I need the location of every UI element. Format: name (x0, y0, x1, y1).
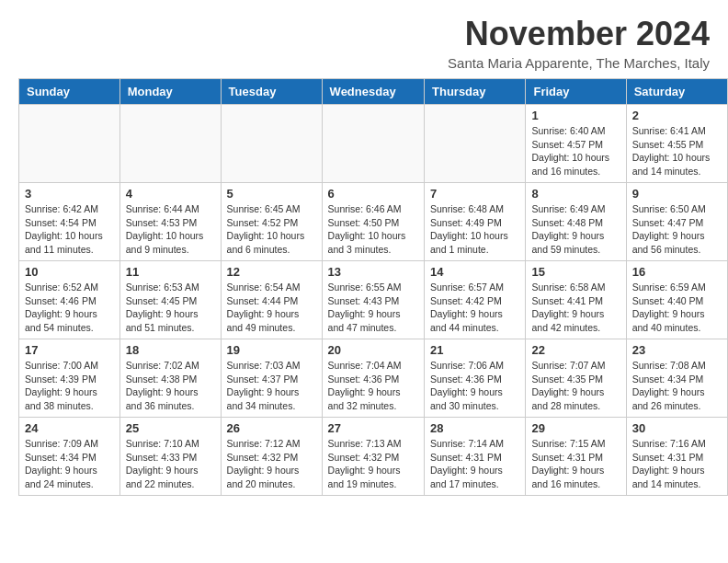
day-number: 23 (632, 343, 722, 357)
day-cell: 9Sunrise: 6:50 AM Sunset: 4:47 PM Daylig… (626, 183, 727, 261)
day-cell: 8Sunrise: 6:49 AM Sunset: 4:48 PM Daylig… (526, 183, 626, 261)
day-cell: 6Sunrise: 6:46 AM Sunset: 4:50 PM Daylig… (322, 183, 424, 261)
day-cell: 29Sunrise: 7:15 AM Sunset: 4:31 PM Dayli… (526, 418, 626, 496)
day-cell: 28Sunrise: 7:14 AM Sunset: 4:31 PM Dayli… (425, 418, 526, 496)
day-cell: 5Sunrise: 6:45 AM Sunset: 4:52 PM Daylig… (221, 183, 322, 261)
col-header-sunday: Sunday (19, 79, 120, 105)
location: Santa Maria Apparente, The Marches, Ital… (448, 55, 710, 71)
day-info: Sunrise: 6:50 AM Sunset: 4:47 PM Dayligh… (632, 202, 722, 257)
day-info: Sunrise: 7:08 AM Sunset: 4:34 PM Dayligh… (632, 359, 722, 413)
day-number: 18 (126, 343, 215, 357)
day-number: 14 (430, 265, 519, 279)
day-cell: 20Sunrise: 7:04 AM Sunset: 4:36 PM Dayli… (322, 339, 424, 418)
day-info: Sunrise: 6:40 AM Sunset: 4:57 PM Dayligh… (531, 124, 620, 178)
day-number: 27 (328, 421, 418, 435)
day-number: 6 (328, 187, 418, 201)
day-number: 20 (328, 343, 418, 357)
day-cell: 10Sunrise: 6:52 AM Sunset: 4:46 PM Dayli… (19, 261, 120, 339)
day-info: Sunrise: 7:07 AM Sunset: 4:35 PM Dayligh… (531, 359, 620, 413)
col-header-wednesday: Wednesday (322, 79, 424, 105)
day-info: Sunrise: 7:04 AM Sunset: 4:36 PM Dayligh… (328, 359, 418, 413)
day-cell (19, 105, 120, 183)
day-cell: 18Sunrise: 7:02 AM Sunset: 4:38 PM Dayli… (119, 339, 221, 418)
day-cell (221, 105, 322, 183)
day-cell: 11Sunrise: 6:53 AM Sunset: 4:45 PM Dayli… (119, 261, 221, 339)
day-cell: 2Sunrise: 6:41 AM Sunset: 4:55 PM Daylig… (626, 105, 727, 183)
day-info: Sunrise: 6:49 AM Sunset: 4:48 PM Dayligh… (531, 202, 620, 257)
day-cell: 7Sunrise: 6:48 AM Sunset: 4:49 PM Daylig… (425, 183, 526, 261)
day-info: Sunrise: 6:53 AM Sunset: 4:45 PM Dayligh… (126, 281, 215, 335)
day-info: Sunrise: 6:54 AM Sunset: 4:44 PM Dayligh… (227, 281, 316, 335)
day-info: Sunrise: 7:13 AM Sunset: 4:32 PM Dayligh… (328, 437, 418, 491)
day-cell (119, 105, 221, 183)
day-number: 21 (430, 343, 519, 357)
day-info: Sunrise: 7:14 AM Sunset: 4:31 PM Dayligh… (430, 437, 519, 491)
day-info: Sunrise: 7:09 AM Sunset: 4:34 PM Dayligh… (25, 437, 114, 491)
day-cell: 17Sunrise: 7:00 AM Sunset: 4:39 PM Dayli… (19, 339, 120, 418)
day-info: Sunrise: 6:57 AM Sunset: 4:42 PM Dayligh… (430, 281, 519, 335)
day-cell: 27Sunrise: 7:13 AM Sunset: 4:32 PM Dayli… (322, 418, 424, 496)
day-number: 30 (632, 421, 722, 435)
week-row-3: 10Sunrise: 6:52 AM Sunset: 4:46 PM Dayli… (19, 261, 728, 339)
day-number: 9 (632, 187, 722, 201)
day-number: 4 (126, 187, 215, 201)
day-cell: 26Sunrise: 7:12 AM Sunset: 4:32 PM Dayli… (221, 418, 322, 496)
day-cell: 15Sunrise: 6:58 AM Sunset: 4:41 PM Dayli… (526, 261, 626, 339)
col-header-thursday: Thursday (425, 79, 526, 105)
day-info: Sunrise: 7:10 AM Sunset: 4:33 PM Dayligh… (126, 437, 215, 491)
day-number: 8 (531, 187, 620, 201)
day-cell: 25Sunrise: 7:10 AM Sunset: 4:33 PM Dayli… (119, 418, 221, 496)
day-info: Sunrise: 7:02 AM Sunset: 4:38 PM Dayligh… (126, 359, 215, 413)
week-row-1: 1Sunrise: 6:40 AM Sunset: 4:57 PM Daylig… (19, 105, 728, 183)
col-header-saturday: Saturday (626, 79, 727, 105)
month-title: November 2024 (448, 15, 710, 53)
col-header-monday: Monday (119, 79, 221, 105)
day-info: Sunrise: 6:41 AM Sunset: 4:55 PM Dayligh… (632, 124, 722, 178)
day-cell: 14Sunrise: 6:57 AM Sunset: 4:42 PM Dayli… (425, 261, 526, 339)
day-cell: 19Sunrise: 7:03 AM Sunset: 4:37 PM Dayli… (221, 339, 322, 418)
day-number: 5 (227, 187, 316, 201)
day-cell: 4Sunrise: 6:44 AM Sunset: 4:53 PM Daylig… (119, 183, 221, 261)
day-number: 24 (25, 421, 114, 435)
day-info: Sunrise: 7:16 AM Sunset: 4:31 PM Dayligh… (632, 437, 722, 491)
day-info: Sunrise: 6:58 AM Sunset: 4:41 PM Dayligh… (531, 281, 620, 335)
day-cell: 1Sunrise: 6:40 AM Sunset: 4:57 PM Daylig… (526, 105, 626, 183)
day-number: 1 (531, 109, 620, 122)
col-header-tuesday: Tuesday (221, 79, 322, 105)
day-info: Sunrise: 6:44 AM Sunset: 4:53 PM Dayligh… (126, 202, 215, 257)
day-number: 15 (531, 265, 620, 279)
day-info: Sunrise: 7:15 AM Sunset: 4:31 PM Dayligh… (531, 437, 620, 491)
day-number: 19 (227, 343, 316, 357)
day-info: Sunrise: 6:55 AM Sunset: 4:43 PM Dayligh… (328, 281, 418, 335)
day-info: Sunrise: 6:46 AM Sunset: 4:50 PM Dayligh… (328, 202, 418, 257)
day-number: 17 (25, 343, 114, 357)
day-cell: 12Sunrise: 6:54 AM Sunset: 4:44 PM Dayli… (221, 261, 322, 339)
day-number: 29 (531, 421, 620, 435)
day-cell (322, 105, 424, 183)
title-block: November 2024 Santa Maria Apparente, The… (448, 15, 710, 71)
day-number: 3 (25, 187, 114, 201)
day-number: 2 (632, 109, 722, 122)
day-cell: 21Sunrise: 7:06 AM Sunset: 4:36 PM Dayli… (425, 339, 526, 418)
day-cell: 30Sunrise: 7:16 AM Sunset: 4:31 PM Dayli… (626, 418, 727, 496)
day-number: 13 (328, 265, 418, 279)
col-header-friday: Friday (526, 79, 626, 105)
day-cell (425, 105, 526, 183)
day-number: 7 (430, 187, 519, 201)
calendar-header-row: SundayMondayTuesdayWednesdayThursdayFrid… (19, 79, 728, 105)
day-info: Sunrise: 7:03 AM Sunset: 4:37 PM Dayligh… (227, 359, 316, 413)
calendar-table: SundayMondayTuesdayWednesdayThursdayFrid… (18, 78, 728, 496)
day-info: Sunrise: 7:12 AM Sunset: 4:32 PM Dayligh… (227, 437, 316, 491)
day-cell: 23Sunrise: 7:08 AM Sunset: 4:34 PM Dayli… (626, 339, 727, 418)
day-info: Sunrise: 7:00 AM Sunset: 4:39 PM Dayligh… (25, 359, 114, 413)
day-number: 28 (430, 421, 519, 435)
week-row-4: 17Sunrise: 7:00 AM Sunset: 4:39 PM Dayli… (19, 339, 728, 418)
day-info: Sunrise: 7:06 AM Sunset: 4:36 PM Dayligh… (430, 359, 519, 413)
day-info: Sunrise: 6:59 AM Sunset: 4:40 PM Dayligh… (632, 281, 722, 335)
day-cell: 3Sunrise: 6:42 AM Sunset: 4:54 PM Daylig… (19, 183, 120, 261)
day-number: 16 (632, 265, 722, 279)
day-cell: 13Sunrise: 6:55 AM Sunset: 4:43 PM Dayli… (322, 261, 424, 339)
day-number: 12 (227, 265, 316, 279)
day-number: 26 (227, 421, 316, 435)
day-cell: 22Sunrise: 7:07 AM Sunset: 4:35 PM Dayli… (526, 339, 626, 418)
